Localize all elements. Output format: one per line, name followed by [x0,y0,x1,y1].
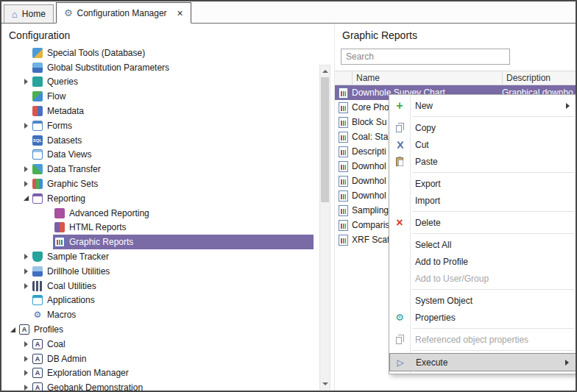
report-icon [339,132,348,143]
tree-item-applications[interactable]: Applications [1,293,314,308]
expand-icon[interactable] [21,254,31,260]
search-input[interactable] [341,49,510,65]
wrench-icon: ⚙ [64,8,73,18]
close-icon[interactable]: × [177,8,183,18]
expand-icon[interactable] [21,356,31,362]
tree-item-data-views[interactable]: Data Views [1,148,314,163]
tree-item-forms[interactable]: Forms [1,118,314,133]
tree-item-geobank-demonstration[interactable]: Geobank Demonstration [1,380,314,392]
tree-item-queries[interactable]: Queries [1,75,314,90]
tree-item-special-tools[interactable]: Special Tools (Database) [1,46,314,60]
menu-separator [412,172,574,173]
tree-item-macros[interactable]: Macros [1,307,314,322]
expand-icon[interactable] [21,79,31,85]
expand-icon[interactable] [21,341,31,347]
tree-item-drillhole-utilities[interactable]: Drillhole Utilities [1,264,314,279]
tree-item-label: Profiles [34,324,66,335]
name-column-header[interactable]: Name [353,71,503,85]
expand-icon[interactable] [21,181,31,187]
description-column-header[interactable]: Description [503,71,577,85]
tab-bar: ⌂ Home ⚙ Configuration Manager × [1,1,576,24]
graphic-reports-panel-title: Graphic Reports [335,24,577,44]
menu-item-export[interactable]: Export [389,175,576,192]
menu-separator [412,211,574,212]
collapse-icon[interactable] [21,196,31,201]
tab-home[interactable]: ⌂ Home [4,4,54,23]
tree-item-db-admin[interactable]: DB Admin [1,352,314,366]
menu-item-label: Referenced object properties [410,335,528,345]
menu-item-delete[interactable]: × Delete [389,214,576,231]
tree-item-reporting[interactable]: Reporting [1,191,314,206]
execute-play-icon: ▷ [397,358,403,367]
configuration-panel-title: Configuration [1,24,334,44]
data-views-icon [32,149,43,160]
tree-item-flow[interactable]: Flow [1,89,314,104]
tree-scrollbar[interactable] [319,65,330,390]
flow-icon [32,91,43,101]
collapse-icon[interactable] [7,327,18,332]
tree-item-label: Flow [47,91,68,101]
menu-item-copy[interactable]: Copy [389,119,576,136]
tree-item-label: Graphic Reports [69,237,136,247]
tree-item-label: Forms [47,121,75,131]
tab-configuration-manager[interactable]: ⚙ Configuration Manager × [56,2,191,24]
menu-item-new[interactable]: + New [389,97,576,114]
configuration-manager-window: ⌂ Home ⚙ Configuration Manager × Configu… [0,0,577,392]
menu-item-referenced-object-properties: Referenced object properties [389,331,576,348]
table-header: Name Description [335,71,577,85]
expand-icon[interactable] [21,123,31,129]
menu-item-add-to-user-group: Add to User/Group [389,270,576,287]
configuration-panel: Configuration Special Tools (Database) G… [1,24,334,392]
expand-icon[interactable] [21,268,31,274]
tree-item-data-transfer[interactable]: Data Transfer [1,162,314,177]
tree-item-graphic-reports[interactable]: Graphic Reports [1,235,314,249]
expand-icon[interactable] [21,370,31,376]
menu-separator [412,116,574,117]
scroll-up-icon[interactable] [320,65,330,76]
tree-item-global-substitution-parameters[interactable]: Global Substitution Parameters [1,60,314,75]
menu-item-import[interactable]: Import [389,192,576,209]
menu-item-properties[interactable]: ⚙ Properties [389,309,576,326]
tree-item-label: Coal Utilities [47,281,99,291]
special-tools-icon [32,48,43,58]
menu-separator [412,233,574,234]
menu-item-label: Properties [410,313,456,323]
menu-item-label: New [410,101,433,111]
menu-item-label: Cut [410,140,429,150]
menu-item-select-all[interactable]: Select All [389,236,576,253]
report-icon [339,190,348,202]
advanced-reporting-icon [54,208,65,218]
menu-item-paste[interactable]: Paste [389,153,576,170]
tree-item-exploration-manager[interactable]: Exploration Manager [1,366,314,381]
expand-icon[interactable] [21,385,31,391]
menu-item-cut[interactable]: Cut [389,136,576,153]
tree-item-sample-tracker[interactable]: Sample Tracker [1,249,314,264]
menu-item-label: Delete [410,218,441,228]
scrollbar-thumb[interactable] [321,77,329,202]
menu-item-system-object[interactable]: System Object [389,292,576,309]
menu-item-execute[interactable]: ▷ Execute [389,353,576,371]
coal-utilities-icon [32,281,43,291]
tree-item-html-reports[interactable]: HTML Reports [1,221,314,235]
report-icon [339,220,348,231]
report-icon [339,102,348,113]
tree-item-coal-utilities[interactable]: Coal Utilities [1,279,314,293]
metadata-icon [32,106,43,116]
menu-item-add-to-profile[interactable]: Add to Profile [389,253,576,270]
tree-item-profiles[interactable]: Profiles [1,322,314,337]
tree-item-label: Metadata [47,106,87,116]
tree-item-label: Macros [47,310,79,320]
tree-item-advanced-reporting[interactable]: Advanced Reporting [1,206,314,221]
tab-label: Home [22,9,46,19]
tree-item-graphic-sets[interactable]: Graphic Sets [1,177,314,191]
icon-column-header[interactable] [335,71,353,85]
forms-icon [32,121,43,131]
menu-item-label: Add to User/Group [410,274,489,284]
tree-item-datasets[interactable]: Datasets [1,133,314,148]
expand-icon[interactable] [21,166,31,172]
tree-item-metadata[interactable]: Metadata [1,104,314,118]
tree-item-label: Sample Tracker [47,252,112,262]
scroll-down-icon[interactable] [320,378,330,389]
expand-icon[interactable] [21,283,31,289]
tree-item-coal[interactable]: Coal [1,337,314,352]
